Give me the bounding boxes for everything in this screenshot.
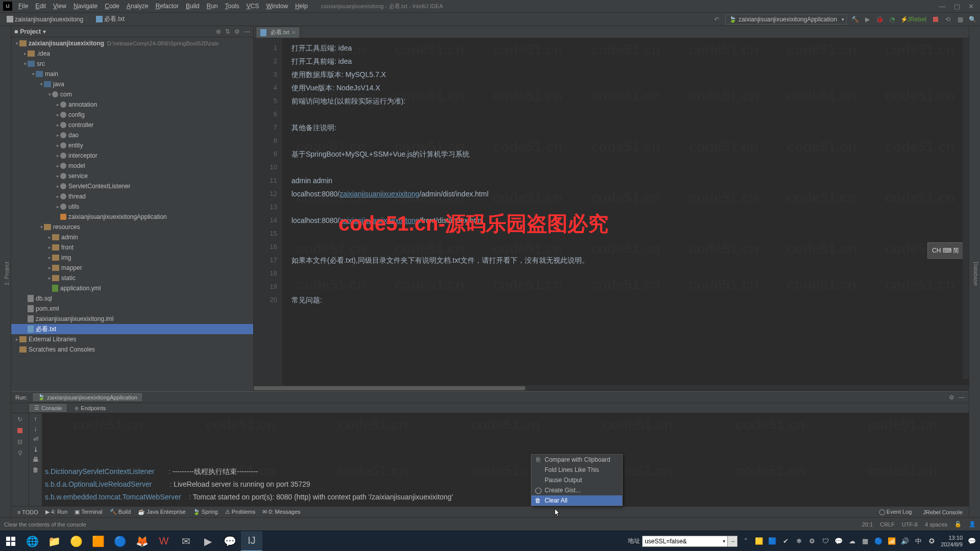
menu-analyze[interactable]: Analyze [124, 1, 152, 11]
menu-help[interactable]: Help [292, 1, 311, 11]
editor-scrollbar-horizontal[interactable] [254, 385, 969, 391]
settings-icon[interactable]: ⚙ [234, 28, 240, 35]
locate-icon[interactable]: ⊕ [216, 28, 221, 35]
close-icon[interactable]: ✕ [968, 3, 974, 10]
search-icon[interactable]: 🔍 [969, 16, 976, 23]
tree-item[interactable]: ▸img [11, 253, 253, 263]
menu-window[interactable]: Window [263, 1, 291, 11]
run-config-dropdown[interactable]: 🍃 zaixianjisuanjixuexixitongApplication [725, 14, 847, 24]
tray-icon[interactable]: 🟦 [768, 537, 776, 545]
inspection-icon[interactable]: 👤 [969, 521, 976, 528]
menu-refactor[interactable]: Refactor [153, 1, 182, 11]
menu-build[interactable]: Build [183, 1, 203, 11]
debug-icon[interactable]: 🐞 [876, 16, 884, 23]
tray-icon[interactable]: 🔵 [874, 537, 883, 545]
tray-ime2-icon[interactable]: ✪ [927, 537, 936, 545]
task-firefox[interactable]: 🦊 [131, 531, 153, 552]
clock[interactable]: 13:10 2024/8/9 [941, 535, 963, 548]
task-edge[interactable]: 🔵 [109, 531, 131, 552]
tree-item[interactable]: ▸External Libraries [11, 334, 253, 344]
ctx-clear-all[interactable]: 🗑Clear All [531, 495, 622, 506]
menu-view[interactable]: View [50, 1, 69, 11]
layout-icon[interactable]: ▦ [957, 16, 964, 23]
task-chrome[interactable]: 🟡 [65, 531, 87, 552]
tray-icon[interactable]: ▦ [861, 537, 869, 545]
tray-ime-icon[interactable]: 中 [914, 537, 922, 545]
tree-item[interactable]: ▸static [11, 273, 253, 283]
coverage-icon[interactable]: ◔ [889, 16, 896, 23]
tree-item[interactable]: ▾resources [11, 222, 253, 232]
tree-item[interactable]: ▸entity [11, 140, 253, 151]
tree-item[interactable]: application.yml [11, 283, 253, 293]
tree-item[interactable]: ▾java [11, 79, 253, 89]
tree-item[interactable]: pom.xml [11, 304, 253, 314]
tree-item[interactable]: ▸model [11, 161, 253, 171]
menu-code[interactable]: Code [102, 1, 122, 11]
notifications-icon[interactable]: 💬 [968, 537, 976, 545]
tree-item[interactable]: ▸service [11, 171, 253, 181]
hide-icon[interactable]: — [244, 28, 250, 35]
maximize-icon[interactable]: ▢ [954, 3, 960, 10]
tree-item[interactable]: zaixianjisuanjixuexixitongApplication [11, 212, 253, 222]
bottom-tab[interactable]: ▶ 4: Run [42, 508, 70, 516]
ctx-compare-with-clipboard[interactable]: ⎘Compare with Clipboard [531, 455, 622, 465]
menu-vcs[interactable]: VCS [243, 1, 262, 11]
tree-item[interactable]: db.sql [11, 293, 253, 304]
run-icon[interactable]: ▶ [864, 16, 871, 23]
bottom-tab[interactable]: 🍃 Spring [190, 508, 221, 516]
tree-item[interactable]: ▸controller [11, 120, 253, 130]
tree-item[interactable]: 必看.txt [11, 324, 253, 334]
tray-icon[interactable]: 🟨 [755, 537, 763, 545]
tree-item[interactable]: ▸config [11, 110, 253, 120]
project-tool-button[interactable]: 1: Project [3, 260, 11, 287]
menu-run[interactable]: Run [204, 1, 221, 11]
project-tree[interactable]: ▾zaixianjisuanjixuexixitongD:\releaseCom… [11, 37, 253, 391]
bottom-tab[interactable]: ⚠ Problems [222, 508, 259, 516]
tree-item[interactable]: ▾src [11, 59, 253, 69]
menu-tools[interactable]: Tools [222, 1, 242, 11]
run-settings-icon[interactable]: ⚙ [949, 394, 954, 401]
up-icon[interactable]: ↑ [34, 415, 37, 422]
tree-item[interactable]: ▸front [11, 242, 253, 253]
tray-icon[interactable]: ⚙ [808, 537, 816, 545]
menu-navigate[interactable]: Navigate [70, 1, 101, 11]
tree-item[interactable]: ▸admin [11, 232, 253, 242]
bottom-tab[interactable]: ▣ Terminal [71, 508, 105, 516]
stop-icon[interactable] [16, 427, 24, 435]
bottom-tab-right[interactable]: ◯ Event Log [876, 508, 915, 516]
rerun-icon[interactable]: ↻ [16, 415, 24, 423]
menu-edit[interactable]: Edit [32, 1, 49, 11]
tree-item[interactable]: ▸dao [11, 130, 253, 140]
tray-icon[interactable]: ☁ [848, 537, 856, 545]
encoding[interactable]: UTF-8 [902, 521, 918, 528]
task-app-1[interactable]: 🌐 [21, 531, 43, 552]
code-area[interactable]: code51.cncode51.cncode51.cncode51.cncode… [282, 38, 969, 385]
soft-wrap-icon[interactable]: ⏎ [33, 436, 38, 443]
project-view-title[interactable]: ■ Project ▾ [14, 28, 46, 35]
line-sep[interactable]: CRLF [880, 521, 895, 528]
tree-item[interactable]: ▸thread [11, 191, 253, 202]
task-mail[interactable]: ✉ [175, 531, 197, 552]
ctx-pause-output[interactable]: Pause Output [531, 475, 622, 485]
task-sublime[interactable]: 🟧 [87, 531, 109, 552]
database-tool-button[interactable]: Database [972, 260, 980, 287]
console-output[interactable]: code51.cncode51.cncode51.cncode51.cncode… [42, 413, 969, 506]
back-icon[interactable]: ↶ [713, 16, 720, 23]
clear-icon[interactable]: 🗑 [33, 466, 39, 473]
run-app-tab[interactable]: 🍃 zaixianjisuanjixuexixitongApplication [32, 392, 143, 402]
tree-item[interactable]: zaixianjisuanjixuexixitong.iml [11, 314, 253, 324]
address-go-button[interactable]: → [727, 536, 738, 547]
bottom-tab[interactable]: ≡ TODO [14, 508, 41, 516]
tree-item[interactable]: ▾main [11, 69, 253, 79]
breadcrumb-project[interactable]: zaixianjisuanjixuexixitong 〉 [4, 14, 93, 24]
bottom-tab[interactable]: ☕ Java Enterprise [135, 508, 188, 516]
tray-icon[interactable]: 💬 [835, 537, 843, 545]
scroll-end-icon[interactable]: ⤓ [33, 446, 38, 453]
tree-item[interactable]: ▾zaixianjisuanjixuexixitongD:\releaseCom… [11, 38, 253, 48]
console-tab[interactable]: ☰ Console [29, 403, 67, 413]
bottom-tab[interactable]: ✉ 0: Messages [259, 508, 303, 516]
readonly-lock-icon[interactable]: 🔓 [954, 521, 962, 528]
run-hide-icon[interactable]: — [959, 394, 965, 401]
task-intellij[interactable]: IJ [241, 531, 262, 552]
editor-tab[interactable]: 必看.txt ✕ [256, 27, 300, 38]
